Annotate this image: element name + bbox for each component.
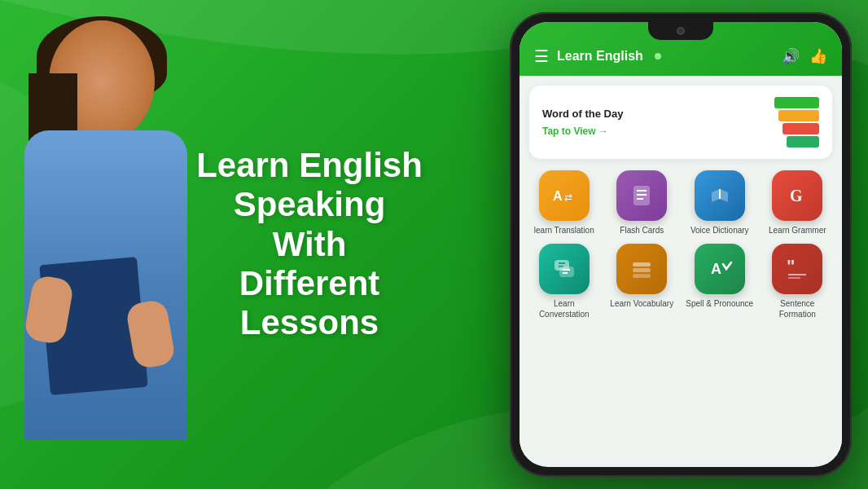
- like-icon[interactable]: 👍: [809, 47, 827, 65]
- book-2: [778, 110, 819, 121]
- app-icon-box-0: A⇄: [539, 170, 590, 221]
- svg-text:⇄: ⇄: [564, 192, 572, 203]
- front-camera: [677, 27, 685, 35]
- wotd-text: Word of the Day Tap to View →: [542, 108, 623, 138]
- app-icon-label: Voice Dictionary: [690, 225, 749, 236]
- app-icon-box-3: G: [772, 170, 822, 221]
- menu-icon[interactable]: ☰: [534, 46, 549, 66]
- verified-dot: [655, 53, 661, 59]
- app-icon-item[interactable]: Learn Vocabulary: [607, 244, 677, 319]
- app-icon-item[interactable]: GLearn Grammer: [763, 170, 833, 236]
- app-icon-label: Spell & Pronounce: [686, 298, 753, 309]
- svg-rect-19: [788, 274, 806, 275]
- book-4: [787, 136, 819, 148]
- app-icon-label: Learn Converstation: [529, 298, 599, 319]
- app-icon-item[interactable]: A⇄learn Translation: [529, 170, 599, 236]
- app-content: Word of the Day Tap to View → A⇄learn Tr…: [519, 76, 842, 464]
- app-icon-label: Sentence Formation: [763, 298, 833, 319]
- app-icon-label: learn Translation: [534, 225, 594, 236]
- book-3: [783, 123, 819, 134]
- app-icon-label: Flash Cards: [620, 225, 664, 236]
- app-icon-box-4: [539, 244, 590, 294]
- svg-text:A: A: [553, 189, 563, 203]
- phone-frame: ☰ Learn English 🔊 👍 Word of the Day Tap …: [510, 12, 852, 477]
- sound-icon[interactable]: 🔊: [782, 47, 800, 65]
- app-icon-label: Learn Vocabulary: [610, 298, 673, 309]
- app-icon-label: Learn Grammer: [769, 225, 826, 236]
- app-icon-item[interactable]: Learn Converstation: [529, 244, 599, 319]
- phone-mockup: ☰ Learn English 🔊 👍 Word of the Day Tap …: [510, 12, 852, 477]
- book-1: [774, 97, 819, 108]
- svg-rect-15: [633, 268, 651, 272]
- main-headline: Learn English Speaking With Different Le…: [179, 146, 440, 342]
- app-icon-box-1: [616, 170, 667, 221]
- book-stack-decoration: [774, 97, 819, 148]
- svg-text:G: G: [790, 187, 803, 205]
- app-icon-box-2: [695, 170, 745, 221]
- app-icons-grid: A⇄learn TranslationFlash CardsVoice Dict…: [529, 170, 832, 319]
- header-left: ☰ Learn English: [534, 46, 661, 66]
- app-icon-box-6: A: [695, 244, 745, 294]
- svg-rect-20: [788, 277, 800, 279]
- app-icon-item[interactable]: Flash Cards: [607, 170, 677, 236]
- wotd-card[interactable]: Word of the Day Tap to View →: [529, 86, 832, 159]
- header-right: 🔊 👍: [782, 47, 827, 65]
- app-title: Learn English: [557, 49, 643, 64]
- app-icon-item[interactable]: ASpell & Pronounce: [685, 244, 755, 319]
- app-icon-box-7: ": [772, 244, 822, 294]
- svg-text:A: A: [711, 261, 721, 277]
- svg-rect-11: [559, 267, 574, 277]
- app-icon-box-5: [616, 244, 667, 294]
- phone-screen: ☰ Learn English 🔊 👍 Word of the Day Tap …: [519, 22, 842, 467]
- wotd-link[interactable]: Tap to View →: [542, 126, 608, 137]
- app-icon-item[interactable]: Voice Dictionary: [685, 170, 755, 236]
- wotd-title: Word of the Day: [542, 108, 623, 120]
- svg-text:": ": [787, 256, 795, 276]
- phone-notch: [648, 22, 713, 40]
- app-icon-item[interactable]: "Sentence Formation: [763, 244, 833, 319]
- svg-rect-14: [633, 262, 651, 267]
- svg-rect-16: [633, 274, 651, 278]
